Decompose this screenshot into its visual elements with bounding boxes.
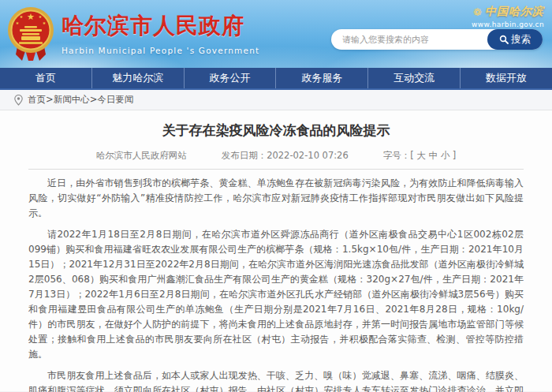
main-nav: 首页 魅力哈尔滨 政务公开 政务服务 互动交流 数据开放 [0,68,552,90]
paragraph-intro: 近日，由外省市销售到我市的槟榔芋条、黄金糕、单冻鲍鱼存在被新冠病毒污染风险，为有… [28,176,524,221]
svg-text:★: ★ [43,21,47,25]
meta-divider [28,169,524,170]
national-emblem-icon: ★ ★ ★ ★ ★ [6,6,55,61]
site-url: www.harbin.gov.cn [472,21,544,28]
article-publish-date: 发布日期：2022-02-10 07:26 [222,150,349,162]
paragraph-details: 请2022年1月18日至2月8日期间，在哈尔滨市道外区舜源冻品商行（道外区南极食… [28,227,524,362]
nav-item-interaction[interactable]: 互动交流 [368,68,461,88]
article-source: 哈尔滨市人民政府网站 [96,150,187,162]
article-title: 关于存在染疫风险冷冻食品的风险提示 [28,121,524,140]
harbin-logo-icon: ❁ [473,6,482,18]
nav-item-gov-affairs[interactable]: 政务公开 [185,68,277,88]
search-icon [499,35,509,44]
article-meta: 哈尔滨市人民政府网站 发布日期：2022-02-10 07:26 字号：[ 大 … [28,150,524,162]
article-content: 关于存在染疫风险冷冻食品的风险提示 哈尔滨市人民政府网站 发布日期：2022-0… [0,110,552,391]
svg-text:★: ★ [27,12,35,22]
search-button-label: 搜索 [511,33,531,47]
corner-branding: ❁ 中国哈尔滨 www.harbin.gov.cn [472,5,544,28]
nav-item-charming-harbin[interactable]: 魅力哈尔滨 [92,68,185,88]
harbin-logo-text: 中国哈尔滨 [485,5,544,19]
site-header: ★ ★ ★ ★ ★ 哈尔滨市人民政府 Harbin Municipal Peop… [0,0,552,68]
font-size-switcher[interactable]: 字号：[ 大 中 小 ] [383,150,457,162]
site-subtitle: Harbin Municipal People 's Government [62,46,259,55]
site-title: 哈尔滨市人民政府 [62,11,259,41]
nav-item-home[interactable]: 首页 [0,68,92,88]
location-pin-icon [14,95,23,106]
paragraph-advice: 市民朋友食用上述食品后，如本人或家人出现发热、干咳、乏力、嗅（味）觉减退、鼻塞、… [28,368,524,392]
article-body: 近日，由外省市销售到我市的槟榔芋条、黄金糕、单冻鲍鱼存在被新冠病毒污染风险，为有… [28,176,524,392]
svg-text:★: ★ [20,14,24,19]
svg-text:★: ★ [16,21,20,25]
search-bar: 搜索 [331,29,543,50]
nav-item-gov-services[interactable]: 政务服务 [276,68,368,88]
breadcrumb[interactable]: 首页>新闻中心>今日要闻 [28,94,133,106]
search-button[interactable]: 搜索 [487,29,543,50]
svg-text:★: ★ [39,14,43,19]
nav-item-open-data[interactable]: 数据开放 [461,68,552,88]
breadcrumb-bar: 首页>新闻中心>今日要闻 [0,90,552,110]
